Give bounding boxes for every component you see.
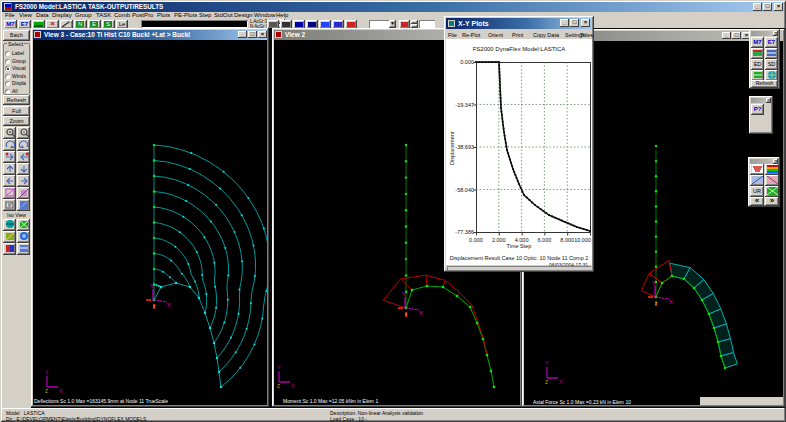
svg-text:Y: Y	[545, 360, 549, 366]
svg-text:Z: Z	[277, 383, 280, 389]
svg-text:Z: Z	[45, 388, 48, 394]
svg-text:Y: Y	[45, 369, 49, 375]
svg-text:Y: Y	[652, 280, 656, 286]
svg-text:Y: Y	[150, 283, 154, 289]
svg-text:Y: Y	[402, 291, 406, 297]
svg-text:Y: Y	[277, 364, 281, 370]
svg-text:X: X	[419, 310, 423, 316]
svg-text:Z: Z	[545, 379, 548, 385]
svg-text:z: z	[655, 300, 658, 306]
svg-text:z: z	[153, 303, 156, 309]
svg-text:X: X	[669, 299, 673, 305]
svg-text:z: z	[405, 311, 408, 317]
svg-text:X: X	[167, 302, 171, 308]
svg-text:X: X	[291, 383, 295, 389]
svg-text:X: X	[59, 388, 63, 394]
svg-text:X: X	[559, 379, 563, 385]
